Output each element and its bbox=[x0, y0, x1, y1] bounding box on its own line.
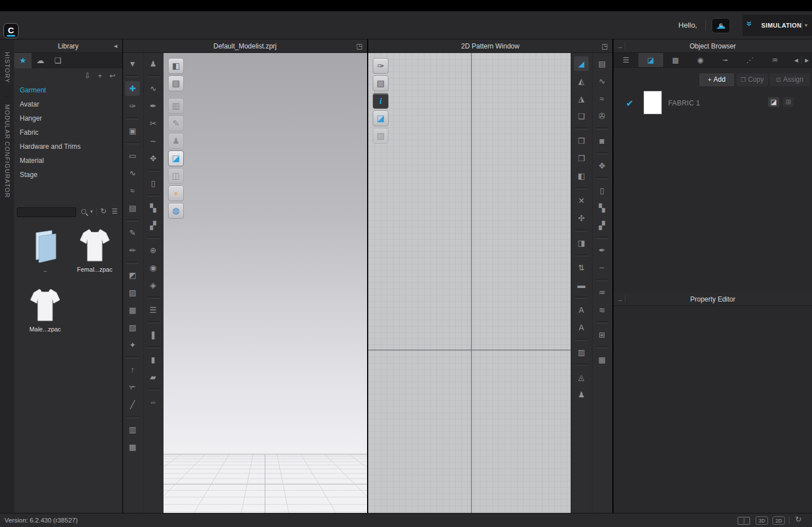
dock-panel-icon[interactable]: ◄ bbox=[113, 39, 118, 53]
clo-logo[interactable]: C bbox=[3, 23, 19, 38]
popout-icon[interactable]: ◳ bbox=[602, 39, 608, 53]
free-sewing-2d-icon[interactable]: ≈ bbox=[595, 91, 610, 106]
show-fabric-2d-icon[interactable]: ◪ bbox=[373, 110, 389, 126]
tab-fabric[interactable]: ◪ bbox=[638, 53, 663, 67]
pattern-font-icon[interactable]: A bbox=[574, 320, 589, 335]
tab-cloud[interactable]: ☁ bbox=[32, 53, 49, 68]
refresh-icon[interactable]: ↻ bbox=[100, 207, 107, 215]
tab-puckering[interactable]: ♒ bbox=[762, 53, 787, 67]
curve-garment-icon[interactable]: ∿ bbox=[146, 81, 161, 96]
checker-shirt-icon[interactable]: ▞ bbox=[146, 218, 161, 233]
simulation-caret-icon[interactable]: ▾ bbox=[805, 15, 807, 36]
detail-sewing-icon[interactable]: ✇ bbox=[595, 109, 610, 123]
popout-icon[interactable]: ◳ bbox=[356, 39, 363, 53]
arrange-pair-icon[interactable]: ▦ bbox=[125, 303, 140, 317]
tab-button[interactable]: ◉ bbox=[688, 53, 713, 67]
lift-garment-icon[interactable]: ↑ bbox=[125, 362, 140, 377]
remove-pattern-icon[interactable]: ▯ bbox=[595, 183, 610, 198]
print-layout-icon[interactable]: ♟ bbox=[574, 387, 589, 402]
pin-icon[interactable]: ✎ bbox=[125, 225, 140, 240]
turn-garment-icon[interactable]: ✥ bbox=[595, 158, 610, 173]
search-input[interactable] bbox=[17, 207, 76, 217]
select-mesh-icon[interactable]: ▣ bbox=[125, 123, 140, 138]
fold-arrangement-icon[interactable]: ◩ bbox=[125, 268, 140, 282]
show-fabric-icon[interactable]: ◪ bbox=[168, 150, 184, 166]
sewing-machine-icon[interactable]: ▤ bbox=[125, 201, 140, 215]
file-parent-folder[interactable]: .. bbox=[24, 228, 66, 273]
trace-icon[interactable]: ✣ bbox=[574, 211, 589, 225]
list-view-icon[interactable]: ☰ bbox=[112, 207, 118, 215]
texture-shirt-icon[interactable]: ▚ bbox=[146, 201, 161, 215]
cloud-account-button[interactable]: ☁ C bbox=[712, 18, 730, 33]
simulate-icon[interactable]: ▼ bbox=[125, 56, 140, 71]
polygon-pattern-icon[interactable]: ❐ bbox=[574, 134, 589, 148]
show-fit-map-icon[interactable]: ▥ bbox=[168, 98, 184, 114]
fabric-add-icon[interactable]: ⊞ bbox=[783, 97, 794, 107]
library-category[interactable]: Hardware and Trims bbox=[20, 140, 81, 154]
tab-stitch[interactable]: ⋰ bbox=[738, 53, 762, 67]
edit-sewing-icon[interactable]: ▭ bbox=[125, 148, 140, 163]
fabric-roll-icon[interactable]: ❚ bbox=[146, 327, 161, 342]
show-garment-2d-icon[interactable]: ▧ bbox=[373, 76, 389, 91]
measure-garment-icon[interactable]: ▥ bbox=[125, 422, 140, 437]
back-icon[interactable]: ↩ bbox=[109, 72, 116, 81]
tape-measure-icon[interactable]: ✃ bbox=[125, 380, 140, 395]
tab-topstitch[interactable]: ╼ bbox=[713, 53, 738, 67]
bend-garment-icon[interactable]: ∼ bbox=[146, 134, 161, 148]
fabric-swatch[interactable] bbox=[643, 91, 662, 114]
pattern-canvas-2d[interactable]: ✑▧i◪▨ bbox=[368, 53, 571, 513]
split-view-icon[interactable] bbox=[738, 517, 750, 525]
library-category[interactable]: Garment bbox=[20, 83, 81, 98]
view-3d-button[interactable]: 3D bbox=[756, 516, 768, 525]
tab-scene-list[interactable]: ☰ bbox=[614, 53, 638, 67]
show-3d-box-icon[interactable]: ◧ bbox=[168, 58, 184, 74]
fold-pattern-icon[interactable]: ◨ bbox=[574, 236, 589, 250]
walk-avatar-icon[interactable]: ♟ bbox=[146, 56, 161, 71]
ruler-icon[interactable]: ╱ bbox=[125, 397, 140, 412]
text-tool-icon[interactable]: A bbox=[574, 303, 589, 317]
view-2d-button[interactable]: 2D bbox=[773, 516, 785, 525]
library-category[interactable]: Material bbox=[20, 154, 81, 168]
zipper-icon[interactable]: ☰ bbox=[146, 303, 161, 317]
show-avatar-icon[interactable]: ♟ bbox=[168, 133, 184, 149]
internal-line-icon[interactable]: ✕ bbox=[574, 193, 589, 208]
add-point-icon[interactable]: ❏ bbox=[574, 109, 589, 123]
grading-icon[interactable]: ▦ bbox=[595, 352, 610, 367]
select-lasso-icon[interactable]: ✑ bbox=[125, 99, 140, 113]
dart-icon[interactable]: ◧ bbox=[574, 169, 589, 183]
library-category[interactable]: Avatar bbox=[20, 98, 81, 112]
flatten-garment-icon[interactable]: ✥ bbox=[146, 151, 161, 166]
panel-arrow-icon[interactable]: → bbox=[617, 39, 623, 53]
magnet-icon[interactable]: ⇔ bbox=[146, 395, 161, 409]
patch-icon[interactable]: ⊞ bbox=[595, 327, 610, 342]
checker-pattern-icon[interactable]: ▞ bbox=[595, 218, 610, 233]
cut-and-sew-icon[interactable]: ◬ bbox=[574, 370, 589, 384]
attach-button-icon[interactable]: ⊕ bbox=[146, 243, 161, 258]
FABRIC 1[interactable]: ✔ FABRIC 1 ◪ ⊞ bbox=[614, 89, 812, 118]
edit-curvature-icon[interactable]: ◮ bbox=[574, 91, 589, 106]
rail-tab-history[interactable]: HISTORY bbox=[4, 50, 11, 86]
file-female-zpac[interactable]: Femal...zpac bbox=[74, 228, 116, 273]
grade-garment-icon[interactable]: ▩ bbox=[125, 440, 140, 454]
edit-measure-icon[interactable]: ⇅ bbox=[574, 260, 589, 275]
texture-pattern-icon[interactable]: ▚ bbox=[595, 201, 610, 215]
library-category[interactable]: Hanger bbox=[20, 112, 81, 126]
viewport-3d[interactable]: ◧▧▥✎♟◪◫●◍ bbox=[164, 53, 367, 513]
add-button[interactable]: +Add bbox=[699, 73, 734, 86]
search-options-caret-icon[interactable]: ▾ bbox=[90, 209, 93, 214]
remove-garment-icon[interactable]: ▯ bbox=[146, 176, 161, 191]
fabric-preview-icon[interactable]: ◪ bbox=[768, 97, 779, 107]
basting-icon[interactable]: ┄ bbox=[595, 260, 610, 275]
tabs-prev-icon[interactable]: ◀ bbox=[791, 53, 801, 67]
edit-pattern-icon[interactable]: ◭ bbox=[574, 74, 589, 88]
segment-sewing-2d-icon[interactable]: ∿ bbox=[595, 74, 610, 88]
show-pin-icon[interactable]: ✎ bbox=[168, 116, 184, 131]
file-male-zpac[interactable]: Male...zpac bbox=[24, 287, 66, 333]
pattern-information-icon[interactable]: i bbox=[373, 93, 389, 109]
tab-store[interactable]: ❏ bbox=[49, 53, 67, 68]
library-category[interactable]: Fabric bbox=[20, 126, 81, 140]
show-pattern-mesh-icon[interactable]: ◫ bbox=[168, 168, 184, 184]
simulation-mode-button[interactable]: » SIMULATION ▾ bbox=[743, 15, 812, 36]
steam-iron-icon[interactable]: ◙ bbox=[595, 134, 610, 148]
transform-pattern-icon[interactable]: ◢ bbox=[574, 56, 589, 71]
